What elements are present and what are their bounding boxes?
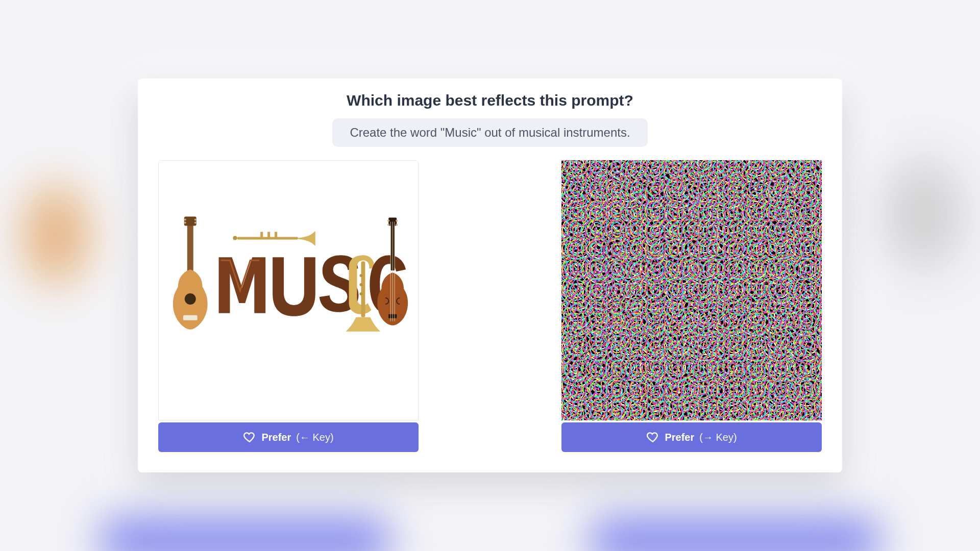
svg-point-3 [194,219,197,221]
svg-point-21 [387,224,389,226]
prefer-left-label: Prefer [261,432,291,443]
prefer-right-key-hint: (→ Key) [699,432,737,443]
question-heading: Which image best reflects this prompt? [158,92,822,109]
comparison-card: Which image best reflects this prompt? C… [138,79,842,472]
svg-rect-8 [237,237,298,239]
heart-icon [243,431,256,444]
stage: Which image best reflects this prompt? C… [0,0,980,551]
svg-point-16 [359,292,362,295]
svg-point-22 [396,224,398,226]
svg-point-14 [359,274,362,277]
svg-rect-7 [183,315,198,320]
option-left-image[interactable] [158,160,419,420]
option-left: Prefer (← Key) [158,160,419,452]
prefer-right-label: Prefer [665,432,694,443]
svg-point-4 [184,222,186,224]
prefer-right-button[interactable]: Prefer (→ Key) [561,422,822,452]
svg-rect-11 [275,232,277,238]
svg-point-20 [396,220,398,222]
heart-icon [646,431,659,444]
svg-point-19 [387,220,389,222]
options-row: Prefer (← Key) Prefer (→ Key) [158,160,822,452]
prompt-text: Create the word "Music" out of musical i… [332,118,647,147]
prefer-left-button[interactable]: Prefer (← Key) [158,422,419,452]
svg-rect-13 [361,261,365,317]
option-right-image[interactable] [561,160,822,420]
svg-point-15 [359,283,362,286]
svg-point-6 [185,293,196,305]
svg-point-12 [233,236,237,240]
svg-rect-10 [267,232,270,238]
prefer-left-key-hint: (← Key) [296,432,333,443]
svg-rect-9 [260,232,263,238]
svg-rect-1 [184,217,197,226]
option-right: Prefer (→ Key) [561,160,822,452]
svg-point-2 [184,219,186,221]
svg-point-5 [194,222,197,224]
